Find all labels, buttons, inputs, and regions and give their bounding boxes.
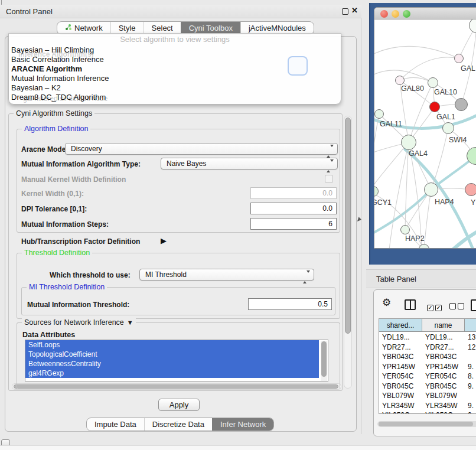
network-node-gray[interactable] [455,98,468,111]
table-row[interactable]: YLR345WYLR345W9. [379,401,476,411]
table-row[interactable]: YBL079WYBL079W [379,391,476,401]
list-item[interactable]: TopologicalCoefficient [25,350,319,359]
manual-kernel-width-label: Manual Kernel Width Definition [21,175,126,184]
table-row[interactable]: YBR045CYBR045C9. [379,381,476,392]
dropdown-item[interactable]: Basic Correlation Inference [11,55,104,64]
close-icon[interactable]: ✕ [351,6,358,15]
mi-steps-field[interactable]: 6 [250,218,337,230]
column-header-shared-name[interactable]: shared... [379,319,422,332]
control-panel-titlebar: Control Panel ✕ [0,5,361,18]
minimize-traffic-light-icon[interactable] [392,10,399,18]
control-panel-title: Control Panel [6,7,53,16]
network-node-hap4[interactable] [424,182,438,197]
network-node-gal10[interactable] [428,77,438,88]
dropdown-item[interactable]: Mutual Information Inference [11,74,109,83]
which-threshold-label: Which threshold to use: [50,271,131,279]
list-item[interactable]: gal4RGexp [25,369,319,378]
table-row[interactable]: YER054CYER054C8. [379,371,476,381]
network-icon [65,22,72,34]
table-row[interactable]: YPR145WYPR145W9. [379,362,476,372]
network-node-hap2[interactable] [400,225,410,234]
node-label: HAP4 [435,198,454,206]
mi-algorithm-type-label: Mutual Information Algorithm Type: [21,160,141,168]
dropdown-item[interactable]: Bayesian – K2 [11,83,61,93]
list-item[interactable]: SelfLoops [25,340,319,350]
top-divider [1,0,2,5]
tab-discretize-data[interactable]: Discretize Data [144,418,212,431]
apply-button[interactable]: Apply [158,399,200,411]
tab-jactivemnodules[interactable]: jActiveMNodules [240,22,314,34]
tab-style[interactable]: Style [110,22,144,34]
node-label: GAL1 [436,113,455,121]
table-row[interactable]: YDL19...YDL19...13 [379,332,476,343]
tab-select[interactable]: Select [144,22,181,34]
zoom-traffic-light-icon[interactable] [403,10,410,18]
node-label: GAL10 [434,88,457,96]
node-label: GCY1 [374,198,392,207]
node-table: shared... name YDL19...YDL19...13 YDR27.… [379,318,476,414]
which-threshold-select[interactable]: MI Threshold [139,269,314,281]
show-columns-icon[interactable]: ✓✓ [427,301,444,312]
close-traffic-light-icon[interactable] [380,10,388,18]
table-horizontal-scrollbar-thumb[interactable] [379,422,473,426]
node-label: SWI4 [449,136,467,144]
dropdown-item-selected[interactable]: ARACNE Algorithm [11,64,82,74]
network-canvas[interactable]: GAL GAL80 GAL10 GAL1 GAL11 SWI4 GAL4 GCY… [374,19,476,249]
mi-threshold-definition-title: MI Threshold Definition [27,283,107,291]
network-node-gal80[interactable] [395,76,405,85]
kernel-width-field[interactable]: 0.0 [250,187,337,199]
tab-infer-network[interactable]: Infer Network [212,418,273,431]
table-panel: ⚙ ✓✓ shared... name YDL19...YDL19...13 Y… [373,289,476,436]
sources-group-title: Sources for Network Inference [24,318,124,327]
network-node-gal11[interactable] [374,109,384,119]
aracne-mode-select[interactable]: Discovery [65,143,338,155]
tab-network[interactable]: Network [57,22,110,34]
column-header[interactable] [465,319,476,332]
table-row[interactable]: YDR27...YDR27...12 [379,343,476,353]
combo-arrows-icon [327,146,334,156]
gear-icon[interactable]: ⚙ [382,296,391,309]
network-node[interactable] [454,54,464,63]
settings-vertical-scrollbar-thumb[interactable] [345,118,351,334]
attributes-list-scrollbar-thumb[interactable] [321,341,327,377]
table-horizontal-scrollbar[interactable] [377,421,476,427]
dpi-tolerance-field[interactable]: 0.0 [250,203,337,214]
network-node-swi4[interactable] [442,122,454,134]
kernel-width-label: Kernel Width (0,1): [21,190,84,198]
network-node-gal1-selected[interactable] [429,102,440,112]
network-window-titlebar [374,8,476,19]
node-label: HAP2 [405,234,425,243]
bottom-strip [0,445,476,450]
manual-kernel-width-checkbox[interactable] [325,175,333,183]
attributes-list-scrollbar[interactable] [321,341,327,381]
tab-impute-data[interactable]: Impute Data [87,418,144,431]
table-row[interactable]: YBR043CYBR043C [379,352,476,362]
network-node-gal4[interactable] [401,135,416,150]
settings-vertical-scrollbar[interactable] [344,116,352,389]
tab-cyni-toolbox[interactable]: Cyni Toolbox [181,22,240,34]
sources-collapse-icon[interactable]: ▼ [127,319,133,326]
tab-network-label: Network [74,22,103,34]
dropdown-item[interactable]: Bayesian – Hill Climbing [11,45,94,55]
network-node-salmon[interactable] [465,183,476,196]
threshold-definition-title: Threshold Definition [22,249,92,257]
split-columns-icon[interactable] [405,299,416,310]
table-row[interactable]: YIL052CYIL052C0 [379,410,476,414]
algorithm-dropdown: Inference Algorithm(s) gal4filtered.sif … [8,33,341,105]
node-label: GAL [461,64,475,73]
hub-definition-label: Hub/Transcription Factor Definition [21,237,140,246]
dropdown-item[interactable]: Dream8 DC_TDC Algorithm [11,93,106,102]
node-label: GAL80 [401,84,424,93]
mi-threshold-label: Mutual Information Threshold: [27,301,129,309]
sources-group-title-wrap: Sources for Network Inference ▼ [22,318,136,327]
export-table-icon[interactable] [471,299,476,311]
hub-expand-icon[interactable]: ▶ [161,236,167,245]
table-panel-titlebar: Table Panel [366,269,476,288]
list-item[interactable]: BetweennessCentrality [25,359,319,369]
hide-columns-icon[interactable] [449,301,466,312]
mi-algorithm-type-select[interactable]: Naive Bayes [161,158,338,169]
column-header-name[interactable]: name [422,319,465,332]
mi-threshold-field[interactable]: 0.5 [248,298,332,310]
node-label: GAL4 [409,149,428,158]
float-window-icon[interactable] [342,8,348,15]
